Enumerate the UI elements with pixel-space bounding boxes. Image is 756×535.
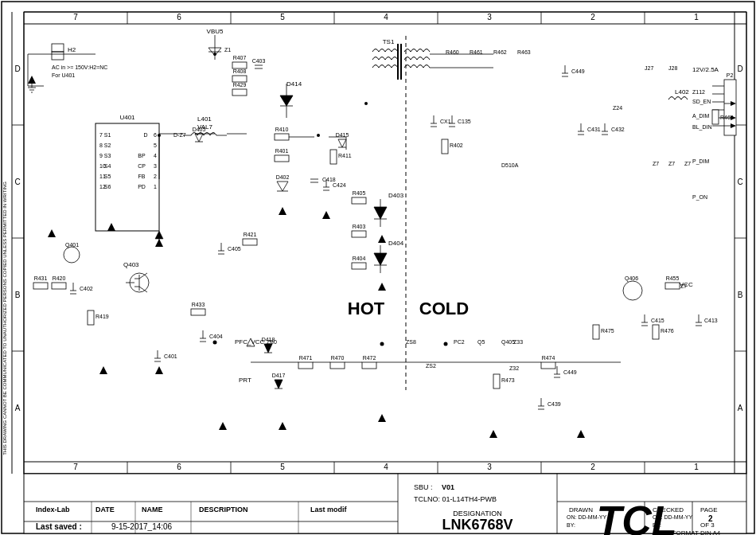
svg-text:D417: D417 [272, 373, 286, 378]
svg-text:Z24: Z24 [613, 105, 622, 111]
svg-text:H2: H2 [68, 46, 76, 53]
svg-text:7: 7 [73, 463, 78, 471]
svg-text:4: 4 [384, 13, 388, 21]
svg-text:C418: C418 [322, 177, 336, 182]
svg-rect-185 [493, 374, 500, 389]
schematic-area: 7 6 5 4 3 2 1 7 6 5 4 3 2 [0, 0, 756, 535]
svg-point-329 [213, 341, 217, 345]
svg-text:5: 5 [280, 13, 285, 21]
svg-rect-237 [243, 239, 257, 245]
svg-text:PFC_VCC: PFC_VCC [235, 338, 265, 346]
svg-text:2: 2 [590, 13, 595, 21]
svg-text:4: 4 [154, 153, 157, 158]
svg-text:Z112: Z112 [692, 89, 705, 95]
svg-text:P_ON: P_ON [692, 194, 707, 201]
last-saved-date: 9-15-2017_14:06 [111, 522, 173, 531]
designation-value: LNK6768V [442, 517, 512, 533]
svg-text:U401: U401 [119, 114, 135, 121]
svg-point-330 [380, 342, 384, 346]
svg-text:R421: R421 [244, 232, 257, 237]
svg-rect-187 [541, 362, 555, 369]
svg-text:3: 3 [487, 13, 492, 21]
svg-text:J27: J27 [645, 65, 653, 71]
svg-text:D: D [737, 64, 742, 73]
svg-text:Q5: Q5 [477, 339, 485, 346]
svg-text:R463: R463 [517, 49, 531, 55]
svg-rect-140 [352, 197, 366, 204]
svg-text:C431: C431 [587, 127, 601, 132]
format-label: FORMAT DIN A4 [672, 529, 721, 535]
svg-text:R405: R405 [353, 190, 366, 196]
svg-rect-239 [191, 309, 205, 315]
svg-text:R404: R404 [353, 256, 366, 261]
svg-rect-227 [52, 283, 66, 289]
svg-text:D405: D405 [193, 127, 206, 132]
svg-text:R431: R431 [34, 275, 48, 281]
svg-rect-181 [330, 362, 345, 369]
svg-text:R472: R472 [363, 355, 376, 361]
svg-text:P_DIM: P_DIM [692, 158, 710, 165]
svg-text:A: A [15, 404, 21, 412]
svg-text:8: 8 [99, 143, 103, 148]
svg-rect-193 [665, 283, 680, 289]
svg-text:B: B [15, 291, 21, 299]
svg-text:C403: C403 [252, 58, 266, 64]
page-label: PAGE [700, 506, 718, 514]
svg-text:D402: D402 [276, 174, 290, 180]
svg-text:PD: PD [138, 184, 146, 189]
svg-text:Z1: Z1 [224, 47, 231, 53]
svg-point-311 [317, 134, 320, 137]
svg-text:FB: FB [138, 174, 146, 179]
svg-text:C424: C424 [333, 182, 346, 188]
svg-text:B: B [738, 291, 743, 299]
svg-text:C415: C415 [651, 318, 664, 323]
svg-rect-191 [653, 325, 659, 339]
svg-text:R403: R403 [353, 224, 366, 229]
svg-text:Z7: Z7 [684, 161, 691, 166]
svg-text:A_DIM: A_DIM [692, 113, 710, 119]
svg-text:11: 11 [99, 174, 106, 179]
svg-text:R471: R471 [299, 355, 313, 361]
svg-rect-132 [232, 89, 247, 96]
svg-text:3: 3 [487, 463, 492, 471]
svg-text:6: 6 [177, 463, 181, 471]
last-modif-label: Last modif [310, 506, 348, 514]
drawn-label: DRAWN [569, 506, 593, 514]
svg-text:3: 3 [154, 163, 157, 169]
svg-text:VBU5: VBU5 [207, 28, 224, 35]
svg-text:BP: BP [138, 153, 146, 158]
svg-text:S2: S2 [104, 143, 111, 148]
svg-text:Z7: Z7 [668, 161, 675, 166]
svg-rect-195 [712, 110, 719, 124]
svg-text:D: D [14, 64, 20, 73]
svg-text:SD_EN: SD_EN [692, 99, 711, 105]
svg-text:R433: R433 [192, 302, 205, 307]
svg-text:D414: D414 [286, 80, 302, 88]
of-label: OF 3 [700, 521, 715, 529]
svg-text:R402: R402 [450, 143, 463, 148]
svg-rect-179 [298, 362, 313, 369]
svg-text:ZS8: ZS8 [406, 339, 416, 345]
svg-text:D510A: D510A [501, 162, 519, 168]
sbu-value: V01 [442, 483, 454, 491]
svg-text:HOT: HOT [348, 299, 385, 318]
svg-text:S3: S3 [104, 153, 111, 158]
svg-text:5: 5 [154, 143, 157, 148]
svg-rect-142 [442, 139, 448, 154]
svg-text:2: 2 [154, 174, 157, 179]
svg-rect-225 [33, 283, 48, 289]
svg-text:6: 6 [177, 13, 181, 21]
svg-text:J28: J28 [668, 65, 677, 71]
svg-text:R401: R401 [275, 148, 289, 154]
svg-rect-130 [232, 76, 247, 82]
svg-text:ON: DD-MM-YY: ON: DD-MM-YY [567, 514, 606, 520]
svg-text:R470: R470 [331, 355, 345, 361]
svg-text:Z7: Z7 [680, 283, 687, 289]
svg-text:For U401: For U401 [52, 72, 75, 78]
svg-rect-183 [362, 362, 376, 369]
svg-text:ZB0: ZB0 [267, 339, 277, 345]
svg-rect-146 [352, 263, 366, 269]
svg-rect-231 [275, 134, 289, 140]
svg-text:R419: R419 [95, 314, 109, 319]
svg-text:PC2: PC2 [454, 339, 465, 345]
